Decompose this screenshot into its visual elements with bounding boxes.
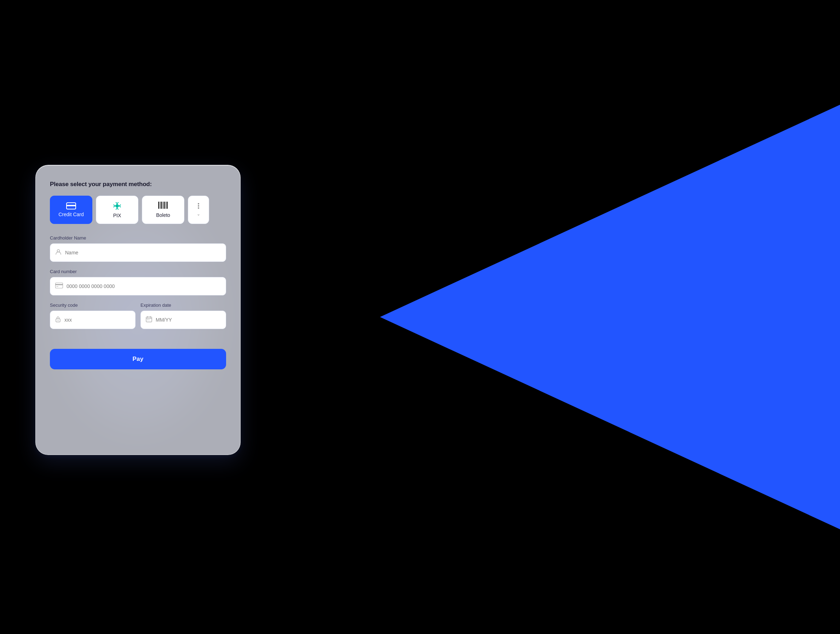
svg-rect-3 [163,202,163,209]
expiration-date-input[interactable] [156,317,221,323]
svg-rect-2 [161,202,162,209]
svg-rect-1 [160,202,161,209]
svg-rect-0 [158,202,159,209]
credit-card-icon [66,202,76,210]
section-title: Please select your payment method: [50,181,226,188]
tab-pix[interactable]: PIX [96,196,138,224]
card-number-field: Card number [50,269,226,295]
svg-rect-5 [166,202,166,209]
security-code-input[interactable] [65,317,130,323]
svg-rect-9 [55,284,63,285]
cardholder-name-field: Cardholder Name [50,235,226,262]
tab-credit-card[interactable]: Credit Card [50,196,92,224]
cardholder-name-input-wrapper [50,243,226,262]
card-number-input[interactable] [66,283,221,289]
card-number-input-wrapper [50,277,226,295]
security-code-field: Security code [50,303,136,329]
cardholder-name-input[interactable] [65,250,221,255]
expiration-date-label: Expiration date [141,303,226,308]
expiration-date-input-wrapper [141,311,226,329]
svg-point-12 [58,320,58,320]
two-col-fields: Security code Expiration date [50,303,226,336]
svg-rect-14 [147,320,148,320]
svg-rect-8 [55,283,63,289]
card-number-label: Card number [50,269,226,274]
svg-rect-15 [148,320,149,320]
more-icon [198,203,199,209]
lock-icon [55,316,61,324]
svg-rect-4 [164,202,165,209]
tab-boleto-label: Boleto [156,212,170,218]
person-icon [55,249,62,257]
svg-rect-6 [167,202,168,209]
cardholder-name-label: Cardholder Name [50,235,226,241]
boleto-icon [158,202,168,210]
security-code-label: Security code [50,303,136,308]
chevron-down-icon: ⌄ [197,211,200,216]
background-triangle [380,105,840,529]
calendar-icon [146,316,152,324]
pay-button[interactable]: Pay [50,349,226,369]
card-stripe-icon [55,283,63,290]
payment-tabs: Credit Card P [50,196,226,224]
payment-card: Please select your payment method: Credi… [35,165,241,455]
tab-boleto[interactable]: Boleto [142,196,184,224]
tab-credit-card-label: Credit Card [58,211,84,217]
svg-rect-10 [56,286,58,287]
phone-wrapper: Please select your payment method: Credi… [21,165,255,469]
security-code-input-wrapper [50,311,136,329]
tab-pix-label: PIX [113,213,122,218]
pix-icon [112,201,122,210]
expiration-date-field: Expiration date [141,303,226,329]
tab-more[interactable]: ⌄ [188,196,209,224]
